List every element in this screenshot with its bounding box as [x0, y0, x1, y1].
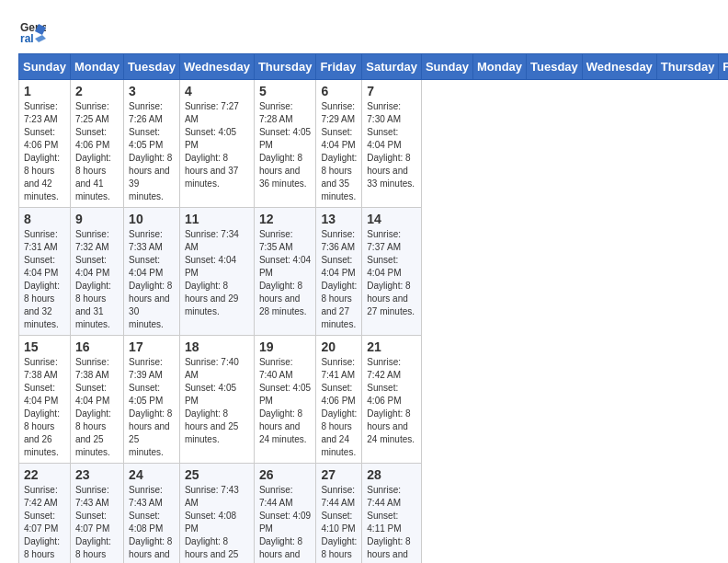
col-header-monday: Monday [472, 54, 526, 80]
day-number: 12 [259, 212, 312, 226]
col-header-thursday: Thursday [254, 54, 316, 80]
calendar-week-row: 22Sunrise: 7:42 AMSunset: 4:07 PMDayligh… [19, 464, 729, 564]
col-header-friday: Friday [719, 54, 728, 80]
day-number: 15 [24, 339, 65, 354]
day-info: Sunrise: 7:44 AMSunset: 4:09 PMDaylight:… [259, 484, 312, 563]
day-info: Sunrise: 7:43 AMSunset: 4:08 PMDaylight:… [129, 484, 175, 563]
day-number: 3 [129, 84, 175, 98]
day-number: 27 [321, 467, 357, 482]
calendar-week-row: 1Sunrise: 7:23 AMSunset: 4:06 PMDaylight… [19, 80, 729, 208]
day-number: 10 [129, 212, 175, 226]
day-info: Sunrise: 7:44 AMSunset: 4:11 PMDaylight:… [367, 484, 416, 563]
day-info: Sunrise: 7:40 AMSunset: 4:05 PMDaylight:… [185, 356, 249, 446]
day-number: 4 [185, 84, 249, 98]
day-number: 28 [367, 467, 416, 482]
col-header-tuesday: Tuesday [124, 54, 180, 80]
day-number: 18 [185, 339, 249, 354]
calendar-cell: 8Sunrise: 7:31 AMSunset: 4:04 PMDaylight… [19, 208, 71, 336]
day-info: Sunrise: 7:35 AMSunset: 4:04 PMDaylight:… [259, 228, 312, 318]
col-header-sunday: Sunday [19, 54, 71, 80]
calendar-cell: 19Sunrise: 7:40 AMSunset: 4:05 PMDayligh… [254, 336, 316, 464]
calendar-cell: 25Sunrise: 7:43 AMSunset: 4:08 PMDayligh… [179, 464, 254, 564]
calendar-cell: 14Sunrise: 7:37 AMSunset: 4:04 PMDayligh… [362, 208, 422, 336]
day-info: Sunrise: 7:38 AMSunset: 4:04 PMDaylight:… [75, 356, 119, 459]
day-info: Sunrise: 7:41 AMSunset: 4:06 PMDaylight:… [321, 356, 357, 459]
day-number: 14 [367, 212, 416, 226]
day-info: Sunrise: 7:26 AMSunset: 4:05 PMDaylight:… [129, 100, 175, 203]
calendar-cell: 26Sunrise: 7:44 AMSunset: 4:09 PMDayligh… [254, 464, 316, 564]
day-number: 8 [24, 212, 65, 226]
col-header-monday: Monday [70, 54, 123, 80]
day-number: 23 [75, 467, 119, 482]
day-number: 7 [367, 84, 416, 98]
calendar-cell: 13Sunrise: 7:36 AMSunset: 4:04 PMDayligh… [316, 208, 362, 336]
calendar-cell: 4Sunrise: 7:27 AMSunset: 4:05 PMDaylight… [179, 80, 254, 208]
day-number: 19 [259, 339, 312, 354]
day-info: Sunrise: 7:28 AMSunset: 4:05 PMDaylight:… [259, 100, 312, 190]
calendar-week-row: 8Sunrise: 7:31 AMSunset: 4:04 PMDaylight… [19, 208, 729, 336]
calendar-cell: 1Sunrise: 7:23 AMSunset: 4:06 PMDaylight… [19, 80, 71, 208]
day-info: Sunrise: 7:23 AMSunset: 4:06 PMDaylight:… [24, 100, 65, 203]
svg-text:ral: ral [20, 32, 34, 45]
day-info: Sunrise: 7:25 AMSunset: 4:06 PMDaylight:… [75, 100, 119, 203]
day-number: 11 [185, 212, 249, 226]
calendar-cell: 2Sunrise: 7:25 AMSunset: 4:06 PMDaylight… [70, 80, 123, 208]
day-info: Sunrise: 7:34 AMSunset: 4:04 PMDaylight:… [185, 228, 249, 318]
col-header-thursday: Thursday [656, 54, 719, 80]
calendar-cell: 5Sunrise: 7:28 AMSunset: 4:05 PMDaylight… [254, 80, 316, 208]
day-number: 2 [75, 84, 119, 98]
logo-icon: Gene ral [18, 18, 46, 46]
day-info: Sunrise: 7:43 AMSunset: 4:07 PMDaylight:… [75, 484, 119, 563]
calendar-cell: 27Sunrise: 7:44 AMSunset: 4:10 PMDayligh… [316, 464, 362, 564]
day-info: Sunrise: 7:27 AMSunset: 4:05 PMDaylight:… [185, 100, 249, 190]
col-header-wednesday: Wednesday [179, 54, 254, 80]
calendar-cell: 7Sunrise: 7:30 AMSunset: 4:04 PMDaylight… [362, 80, 422, 208]
day-number: 20 [321, 339, 357, 354]
calendar-cell: 6Sunrise: 7:29 AMSunset: 4:04 PMDaylight… [316, 80, 362, 208]
day-info: Sunrise: 7:42 AMSunset: 4:07 PMDaylight:… [24, 484, 65, 563]
day-number: 16 [75, 339, 119, 354]
calendar-cell: 15Sunrise: 7:38 AMSunset: 4:04 PMDayligh… [19, 336, 71, 464]
col-header-tuesday: Tuesday [527, 54, 583, 80]
day-number: 24 [129, 467, 175, 482]
calendar-cell: 11Sunrise: 7:34 AMSunset: 4:04 PMDayligh… [179, 208, 254, 336]
day-number: 17 [129, 339, 175, 354]
day-info: Sunrise: 7:40 AMSunset: 4:05 PMDaylight:… [259, 356, 312, 446]
calendar-cell: 24Sunrise: 7:43 AMSunset: 4:08 PMDayligh… [124, 464, 180, 564]
calendar-cell: 16Sunrise: 7:38 AMSunset: 4:04 PMDayligh… [70, 336, 123, 464]
calendar-week-row: 15Sunrise: 7:38 AMSunset: 4:04 PMDayligh… [19, 336, 729, 464]
day-info: Sunrise: 7:42 AMSunset: 4:06 PMDaylight:… [367, 356, 416, 446]
calendar-cell: 22Sunrise: 7:42 AMSunset: 4:07 PMDayligh… [19, 464, 71, 564]
day-number: 6 [321, 84, 357, 98]
day-info: Sunrise: 7:33 AMSunset: 4:04 PMDaylight:… [129, 228, 175, 331]
calendar-cell: 20Sunrise: 7:41 AMSunset: 4:06 PMDayligh… [316, 336, 362, 464]
day-number: 9 [75, 212, 119, 226]
day-info: Sunrise: 7:44 AMSunset: 4:10 PMDaylight:… [321, 484, 357, 563]
day-number: 1 [24, 84, 65, 98]
calendar-cell: 9Sunrise: 7:32 AMSunset: 4:04 PMDaylight… [70, 208, 123, 336]
calendar-header-row: SundayMondayTuesdayWednesdayThursdayFrid… [19, 54, 729, 80]
day-info: Sunrise: 7:31 AMSunset: 4:04 PMDaylight:… [24, 228, 65, 331]
day-info: Sunrise: 7:43 AMSunset: 4:08 PMDaylight:… [185, 484, 249, 563]
day-info: Sunrise: 7:38 AMSunset: 4:04 PMDaylight:… [24, 356, 65, 459]
day-info: Sunrise: 7:37 AMSunset: 4:04 PMDaylight:… [367, 228, 416, 318]
col-header-saturday: Saturday [362, 54, 422, 80]
day-number: 13 [321, 212, 357, 226]
calendar-cell: 28Sunrise: 7:44 AMSunset: 4:11 PMDayligh… [362, 464, 422, 564]
day-number: 21 [367, 339, 416, 354]
col-header-wednesday: Wednesday [582, 54, 656, 80]
svg-marker-3 [35, 35, 46, 42]
day-number: 22 [24, 467, 65, 482]
calendar-cell: 12Sunrise: 7:35 AMSunset: 4:04 PMDayligh… [254, 208, 316, 336]
calendar-cell: 17Sunrise: 7:39 AMSunset: 4:05 PMDayligh… [124, 336, 180, 464]
calendar-cell: 21Sunrise: 7:42 AMSunset: 4:06 PMDayligh… [362, 336, 422, 464]
day-number: 25 [185, 467, 249, 482]
calendar-cell: 10Sunrise: 7:33 AMSunset: 4:04 PMDayligh… [124, 208, 180, 336]
calendar-cell: 18Sunrise: 7:40 AMSunset: 4:05 PMDayligh… [179, 336, 254, 464]
logo: Gene ral [18, 18, 48, 46]
day-number: 26 [259, 467, 312, 482]
calendar-table: SundayMondayTuesdayWednesdayThursdayFrid… [18, 53, 728, 563]
col-header-friday: Friday [316, 54, 362, 80]
page-header: Gene ral [18, 18, 710, 46]
day-info: Sunrise: 7:39 AMSunset: 4:05 PMDaylight:… [129, 356, 175, 459]
